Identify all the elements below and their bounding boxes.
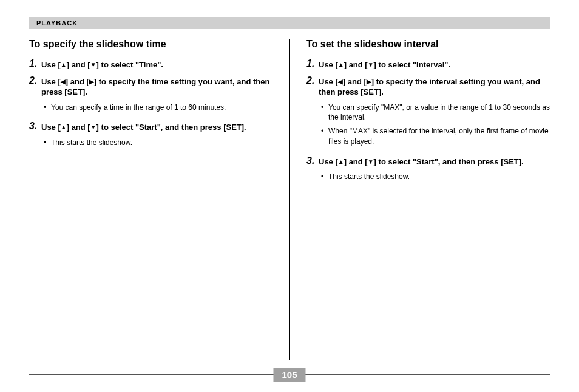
step-text: Use [▲] and [▼] to select "Start", and t… — [41, 121, 246, 133]
step-number: 2. — [306, 75, 319, 98]
right-arrow-icon: ▶ — [89, 78, 94, 85]
step-bullets: This starts the slideshow. — [44, 138, 273, 148]
bullet-item: This starts the slideshow. — [321, 172, 550, 182]
step-bullets: You can specify a time in the range of 1… — [44, 103, 273, 113]
step-number: 2. — [29, 75, 41, 98]
manual-page: PLAYBACK To specify the slideshow time 1… — [0, 0, 579, 392]
page-number: 105 — [273, 368, 305, 382]
bullet-item: When "MAX" is selected for the interval,… — [321, 126, 550, 147]
down-arrow-icon: ▼ — [368, 61, 374, 68]
section-header: PLAYBACK — [29, 17, 550, 29]
bullet-item: You can specify a time in the range of 1… — [44, 103, 273, 113]
step: 1.Use [▲] and [▼] to select "Interval". — [306, 58, 550, 70]
two-column-layout: To specify the slideshow time 1.Use [▲] … — [29, 39, 550, 360]
step: 2.Use [◀] and [▶] to specify the time se… — [29, 75, 273, 98]
left-column: To specify the slideshow time 1.Use [▲] … — [29, 39, 290, 360]
left-arrow-icon: ◀ — [338, 78, 343, 85]
up-arrow-icon: ▲ — [61, 61, 67, 68]
left-title: To specify the slideshow time — [29, 39, 273, 50]
down-arrow-icon: ▼ — [368, 158, 374, 165]
step-bullets: This starts the slideshow. — [321, 172, 550, 182]
right-column: To set the slideshow interval 1.Use [▲] … — [290, 39, 550, 360]
right-steps: 1.Use [▲] and [▼] to select "Interval".2… — [306, 58, 550, 182]
step: 2.Use [◀] and [▶] to specify the interva… — [306, 75, 550, 98]
down-arrow-icon: ▼ — [90, 61, 96, 68]
bullet-item: This starts the slideshow. — [44, 138, 273, 148]
up-arrow-icon: ▲ — [338, 158, 344, 165]
page-footer: 105 — [29, 368, 550, 381]
right-title: To set the slideshow interval — [306, 39, 550, 50]
step-number: 1. — [306, 58, 319, 70]
step-text: Use [◀] and [▶] to specify the interval … — [319, 75, 550, 98]
step-text: Use [▲] and [▼] to select "Interval". — [319, 58, 450, 70]
step-number: 3. — [306, 155, 319, 167]
step-text: Use [▲] and [▼] to select "Time". — [41, 58, 163, 70]
down-arrow-icon: ▼ — [90, 124, 96, 130]
step-number: 1. — [29, 58, 41, 70]
column-divider — [290, 39, 290, 360]
step-bullets: You can specify "MAX", or a value in the… — [321, 103, 550, 147]
step-text: Use [◀] and [▶] to specify the time sett… — [41, 75, 273, 98]
step: 3.Use [▲] and [▼] to select "Start", and… — [29, 121, 273, 133]
right-arrow-icon: ▶ — [367, 78, 371, 85]
left-arrow-icon: ◀ — [61, 78, 66, 85]
step: 1.Use [▲] and [▼] to select "Time". — [29, 58, 273, 70]
left-steps: 1.Use [▲] and [▼] to select "Time".2.Use… — [29, 58, 273, 148]
step-number: 3. — [29, 121, 41, 133]
up-arrow-icon: ▲ — [61, 124, 67, 130]
bullet-item: You can specify "MAX", or a value in the… — [321, 103, 550, 123]
step: 3.Use [▲] and [▼] to select "Start", and… — [306, 155, 550, 167]
up-arrow-icon: ▲ — [338, 61, 344, 68]
step-text: Use [▲] and [▼] to select "Start", and t… — [319, 155, 524, 167]
